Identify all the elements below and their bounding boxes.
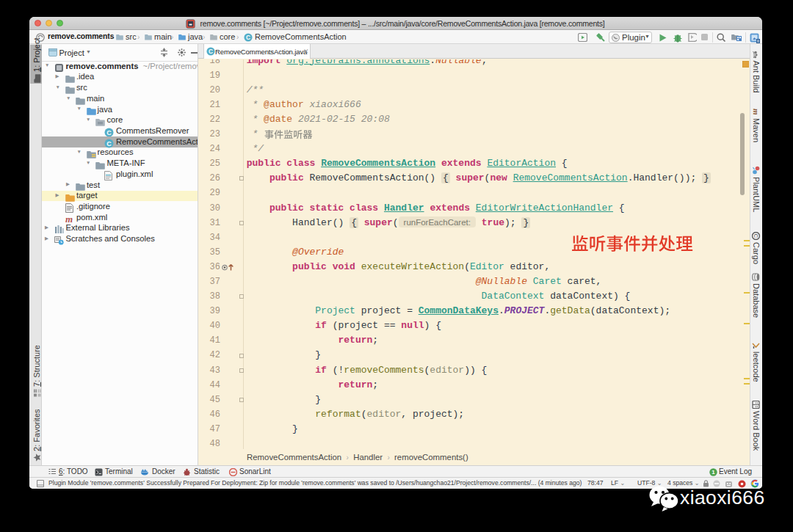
svg-text:C: C [106,139,112,147]
svg-text:C: C [106,128,112,136]
svg-text:C: C [209,48,213,55]
svg-text:1: 1 [711,469,715,475]
svg-text:C: C [753,234,759,238]
svg-text:m: m [65,215,73,224]
svg-text:m: m [752,109,760,115]
svg-text:xiaoxi666: xiaoxi666 [680,487,765,509]
svg-text:C: C [246,34,250,41]
